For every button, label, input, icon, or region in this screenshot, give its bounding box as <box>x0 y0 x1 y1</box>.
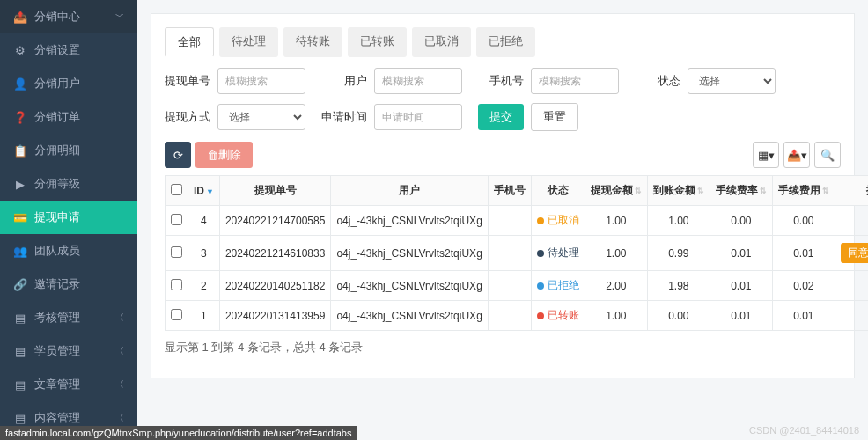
nav-label: 分销中心 <box>34 9 80 25</box>
delete-button[interactable]: 🗑 删除 <box>195 142 253 168</box>
sort-icon: ⇅ <box>760 187 767 195</box>
chevron-icon: 〈 <box>115 312 124 324</box>
col-2[interactable]: 提现单号 <box>219 176 330 206</box>
watermark: CSDN @2401_84414018 <box>749 425 859 436</box>
cell-mobile <box>488 301 531 331</box>
sidebar-item-6[interactable]: 💳提现申请 <box>0 201 137 234</box>
cell-ops <box>835 206 868 236</box>
sort-icon: ▼ <box>206 187 214 196</box>
sidebar-item-9[interactable]: ▤考核管理〈 <box>0 301 137 334</box>
sort-icon: ⇅ <box>635 187 642 195</box>
col-1[interactable]: ID▼ <box>188 176 220 206</box>
search-toggle-button[interactable]: 🔍 <box>814 142 841 168</box>
cell-status: 已取消 <box>531 206 585 236</box>
col-5[interactable]: 状态 <box>531 176 585 206</box>
submit-button[interactable]: 提交 <box>478 104 524 130</box>
row-checkbox[interactable] <box>171 214 182 225</box>
status-dot <box>537 312 544 319</box>
cell-ops <box>835 301 868 331</box>
nav-icon: ⚙ <box>13 44 27 57</box>
col-0 <box>166 176 188 206</box>
sidebar-item-1[interactable]: ⚙分销设置 <box>0 33 137 67</box>
row-checkbox[interactable] <box>171 309 182 320</box>
sidebar-item-11[interactable]: ▤文章管理〈 <box>0 368 137 401</box>
tab-4[interactable]: 已取消 <box>412 27 471 57</box>
input-time[interactable] <box>374 104 462 130</box>
status-dot <box>537 282 544 290</box>
cell-mobile <box>488 236 531 271</box>
cell-rate: 0.00 <box>710 206 772 236</box>
cell-amount: 1.00 <box>585 206 647 236</box>
sidebar-item-8[interactable]: 🔗邀请记录 <box>0 268 137 301</box>
cell-order-no: 20240220140251182 <box>219 271 330 301</box>
input-user[interactable] <box>374 68 462 94</box>
sidebar-item-2[interactable]: 👤分销用户 <box>0 67 137 100</box>
cell-status: 已拒绝 <box>531 271 585 301</box>
nav-label: 邀请记录 <box>34 276 80 292</box>
col-4[interactable]: 手机号 <box>488 176 531 206</box>
tab-0[interactable]: 全部 <box>165 27 214 57</box>
input-order-no[interactable] <box>217 68 305 94</box>
row-checkbox[interactable] <box>171 279 182 290</box>
cell-amount: 2.00 <box>585 271 647 301</box>
nav-icon: 💳 <box>13 211 27 224</box>
cell-user: o4j_-43khj_CSNLVrvlts2tqiUXg <box>331 271 488 301</box>
tab-5[interactable]: 已拒绝 <box>476 27 535 57</box>
chevron-icon: 〈 <box>115 345 124 357</box>
input-mobile[interactable] <box>531 68 619 94</box>
refresh-button[interactable]: ⟳ <box>165 142 191 168</box>
nav-label: 分佣明细 <box>34 143 80 158</box>
select-method[interactable]: 选择 <box>217 104 305 130</box>
nav-label: 学员管理 <box>34 343 80 359</box>
cell-received: 1.98 <box>647 271 710 301</box>
sidebar-item-5[interactable]: ▶分佣等级 <box>0 167 137 201</box>
sidebar-item-4[interactable]: 📋分佣明细 <box>0 134 137 167</box>
sidebar-item-7[interactable]: 👥团队成员 <box>0 234 137 268</box>
label-user: 用户 <box>321 73 367 89</box>
select-all-checkbox[interactable] <box>171 184 182 195</box>
cell-user: o4j_-43khj_CSNLVrvlts2tqiUXg <box>331 236 488 271</box>
nav-icon: 👥 <box>13 245 27 258</box>
nav-icon: 👤 <box>13 77 27 91</box>
col-7[interactable]: 到账金额⇅ <box>647 176 710 206</box>
view-toggle-button[interactable]: ▦▾ <box>753 142 779 168</box>
nav-icon: ▶ <box>13 178 27 191</box>
sidebar-item-3[interactable]: ❓分销订单 <box>0 100 137 134</box>
col-10[interactable]: 操作 <box>835 176 868 206</box>
col-9[interactable]: 手续费用⇅ <box>772 176 835 206</box>
cell-ops <box>835 271 868 301</box>
export-button[interactable]: 📤▾ <box>783 142 810 168</box>
nav-icon: 🔗 <box>13 278 27 291</box>
reset-button[interactable]: 重置 <box>531 103 578 131</box>
cell-user: o4j_-43khj_CSNLVrvlts2tqiUXg <box>331 206 488 236</box>
cell-fee: 0.00 <box>772 206 835 236</box>
col-8[interactable]: 手续费率⇅ <box>710 176 772 206</box>
label-method: 提现方式 <box>165 109 210 125</box>
cell-amount: 1.00 <box>585 236 647 271</box>
sort-icon: ⇅ <box>697 187 704 195</box>
tab-2[interactable]: 待转账 <box>283 27 342 57</box>
col-6[interactable]: 提现金额⇅ <box>585 176 647 206</box>
cell-received: 1.00 <box>647 206 710 236</box>
agree-button[interactable]: 同意 <box>841 243 868 263</box>
label-time: 申请时间 <box>321 109 367 125</box>
nav-icon: ▤ <box>13 312 27 325</box>
row-checkbox[interactable] <box>171 246 182 258</box>
cell-status: 待处理 <box>531 236 585 271</box>
cell-id: 3 <box>188 236 220 271</box>
cell-id: 1 <box>188 301 220 331</box>
col-3[interactable]: 用户 <box>331 176 488 206</box>
sidebar-item-10[interactable]: ▤学员管理〈 <box>0 334 137 368</box>
nav-label: 内容管理 <box>34 410 80 426</box>
sidebar: 📤分销中心﹀⚙分销设置👤分销用户❓分销订单📋分佣明细▶分佣等级💳提现申请👥团队成… <box>0 0 137 440</box>
cell-fee: 0.02 <box>772 271 835 301</box>
chevron-icon: 〈 <box>115 412 124 424</box>
tab-1[interactable]: 待处理 <box>219 27 278 57</box>
nav-icon: ▤ <box>13 378 27 392</box>
cell-id: 4 <box>188 206 220 236</box>
tab-3[interactable]: 已转账 <box>348 27 407 57</box>
chevron-icon: 〈 <box>115 378 124 391</box>
select-status[interactable]: 选择 <box>688 68 776 94</box>
nav-label: 考核管理 <box>34 310 80 326</box>
sidebar-item-0[interactable]: 📤分销中心﹀ <box>0 0 137 33</box>
